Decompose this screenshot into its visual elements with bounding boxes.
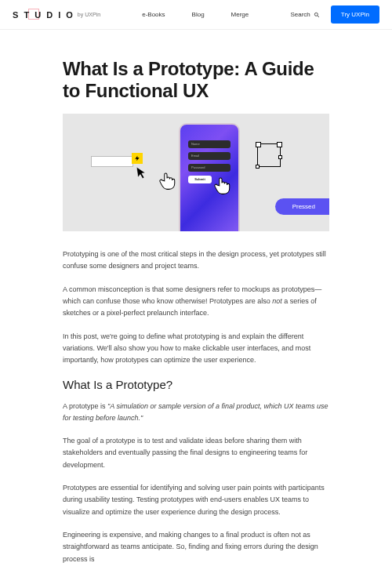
paragraph: Engineering is expensive, and making cha… xyxy=(63,529,329,565)
article-body: Prototyping is one of the most critical … xyxy=(63,249,329,565)
header-right: Search Try UXPin xyxy=(290,5,379,24)
paragraph: Prototypes are essential for identifying… xyxy=(63,482,329,518)
bounding-box-icon xyxy=(257,143,281,167)
logo-byline: by UXPin xyxy=(78,12,100,17)
paragraph: Prototyping is one of the most critical … xyxy=(63,249,329,273)
paragraph: In this post, we're going to define what… xyxy=(63,331,329,367)
search-button[interactable]: Search xyxy=(290,11,319,18)
bolt-icon xyxy=(134,155,140,162)
search-icon xyxy=(314,12,320,18)
paragraph: The goal of a prototype is to test and v… xyxy=(63,435,329,471)
section-heading: What Is a Prototype? xyxy=(63,378,329,391)
logo[interactable]: S T U D I O by UXPin xyxy=(13,10,100,20)
paragraph: A prototype is "A simulation or sample v… xyxy=(63,401,329,425)
nav-blog[interactable]: Blog xyxy=(192,11,205,18)
site-header: S T U D I O by UXPin e-Books Blog Merge … xyxy=(0,0,392,30)
pressed-button: Pressed xyxy=(275,198,329,215)
primary-nav: e-Books Blog Merge xyxy=(142,11,249,18)
phone-submit-button: Submit xyxy=(188,176,212,183)
svg-point-0 xyxy=(314,13,318,16)
hero-illustration: Name Email Password Submit Pressed xyxy=(63,114,329,231)
phone-field-email: Email xyxy=(188,152,230,160)
hero-input-box xyxy=(91,156,133,167)
cursor-icon xyxy=(136,165,149,183)
hero-energy-badge xyxy=(132,153,143,164)
phone-field-password: Password xyxy=(188,164,230,172)
hand-pointer-icon-2 xyxy=(212,175,232,197)
phone-field-name: Name xyxy=(188,140,230,148)
svg-line-1 xyxy=(318,16,319,17)
article-title: What Is a Prototype: A Guide to Function… xyxy=(63,58,329,101)
paragraph: A common misconception is that some desi… xyxy=(63,284,329,320)
search-label: Search xyxy=(290,11,310,18)
try-uxpin-button[interactable]: Try UXPin xyxy=(331,5,379,24)
text-run: A prototype is xyxy=(63,402,107,410)
nav-ebooks[interactable]: e-Books xyxy=(142,11,165,18)
article-main: What Is a Prototype: A Guide to Function… xyxy=(63,30,329,588)
text-emphasis: not xyxy=(272,297,282,305)
hand-pointer-icon xyxy=(157,170,177,192)
nav-merge[interactable]: Merge xyxy=(231,11,249,18)
logo-text: S T U D I O xyxy=(13,10,74,20)
